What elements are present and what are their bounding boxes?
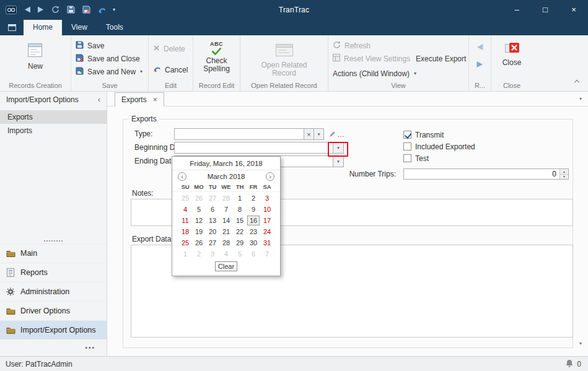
calendar-day[interactable]: 4	[179, 204, 191, 214]
calendar-day[interactable]: 14	[220, 216, 232, 225]
calendar-day[interactable]: 1	[179, 249, 191, 259]
calendar-day[interactable]: 5	[234, 249, 246, 259]
save-and-new-button[interactable]: Save and New ▾	[71, 65, 148, 78]
beginning-date-input[interactable]	[174, 142, 333, 154]
calendar-day[interactable]: 6	[247, 249, 260, 259]
qat-customize-icon[interactable]: ▾	[113, 7, 115, 12]
app-menu-icon[interactable]	[0, 19, 24, 35]
ending-date-dropdown-icon[interactable]: ▾	[333, 155, 344, 167]
ribbon-tab-tools[interactable]: Tools	[97, 20, 133, 35]
calendar-day[interactable]: 3	[206, 249, 219, 259]
splitter-handle[interactable]	[0, 238, 107, 243]
new-button[interactable]: New	[14, 40, 57, 71]
calendar-day[interactable]: 23	[247, 227, 260, 237]
tab-close-icon[interactable]: ×	[153, 97, 157, 103]
calendar-day[interactable]: 7	[261, 249, 273, 259]
calendar-day[interactable]: 12	[193, 216, 205, 225]
save-icon[interactable]	[67, 6, 75, 14]
calendar-day[interactable]: 28	[220, 238, 232, 248]
calendar-day[interactable]: 13	[206, 216, 219, 225]
sidebar-item-imports[interactable]: Imports	[0, 124, 107, 137]
close-record-button[interactable]: Close	[491, 40, 532, 67]
calendar-day[interactable]: 15	[234, 216, 246, 225]
calendar-clear-button[interactable]: Clear	[215, 261, 237, 271]
prev-month-icon[interactable]: ‹	[178, 172, 186, 181]
nav-item-driver-options[interactable]: Driver Options	[0, 301, 107, 320]
calendar-day[interactable]: 7	[220, 204, 232, 214]
cancel-button[interactable]: Cancel	[149, 63, 193, 76]
calendar-day[interactable]: 16	[247, 216, 260, 225]
check-spelling-button[interactable]: ABC Check Spelling	[193, 39, 240, 73]
calendar-day[interactable]: 25	[179, 238, 191, 248]
open-related-record-button[interactable]: Open Related Record	[240, 41, 328, 77]
next-record-icon[interactable]	[469, 58, 491, 71]
notification-bell-icon[interactable]	[566, 359, 573, 369]
sidebar-collapse-icon[interactable]: ‹	[98, 96, 100, 103]
calendar-day[interactable]: 25	[179, 193, 191, 203]
calendar-day[interactable]: 30	[247, 238, 260, 248]
type-clear-icon[interactable]: ×	[304, 128, 314, 140]
calendar-day[interactable]: 10	[261, 204, 273, 214]
sidebar-item-exports[interactable]: Exports	[0, 110, 107, 124]
type-more-button[interactable]: …	[336, 128, 346, 140]
calendar-day[interactable]: 4	[220, 249, 232, 259]
calendar-day[interactable]: 31	[261, 238, 273, 248]
ribbon-tab-view[interactable]: View	[62, 20, 97, 35]
calendar-day[interactable]: 2	[247, 193, 260, 203]
calendar-day[interactable]: 22	[234, 227, 246, 237]
refresh-view-button[interactable]: Refresh	[328, 39, 468, 52]
minimize-button[interactable]: –	[502, 0, 531, 19]
calendar-day[interactable]: 26	[193, 193, 205, 203]
calendar-day[interactable]: 2	[193, 249, 205, 259]
type-input[interactable]	[174, 128, 304, 140]
nav-back-icon[interactable]	[24, 6, 30, 13]
nav-item-reports[interactable]: Reports	[0, 263, 107, 282]
calendar-day[interactable]: 28	[220, 193, 232, 203]
calendar-day[interactable]: 19	[193, 227, 205, 237]
transmit-checkbox[interactable]: Transmit	[403, 130, 444, 139]
type-edit-icon[interactable]	[328, 128, 336, 140]
spinner-down-icon[interactable]: ▼	[560, 175, 568, 180]
maximize-button[interactable]: □	[531, 0, 559, 19]
nav-item-administration[interactable]: Administration	[0, 282, 107, 301]
calendar-day[interactable]: 11	[179, 216, 191, 225]
test-checkbox[interactable]: Test	[403, 154, 429, 163]
ribbon-collapse-icon[interactable]	[574, 79, 579, 84]
ribbon-tab-home[interactable]: Home	[24, 20, 62, 35]
included-exported-checkbox[interactable]: Included Exported	[403, 142, 475, 151]
calendar-day[interactable]: 29	[234, 238, 246, 248]
undo-icon[interactable]	[98, 6, 107, 14]
previous-record-icon[interactable]	[469, 40, 491, 54]
calendar-day[interactable]: 21	[220, 227, 232, 237]
calendar-day[interactable]: 3	[261, 193, 273, 203]
spinner-up-icon[interactable]: ▲	[560, 169, 568, 175]
calendar-day[interactable]: 27	[206, 193, 219, 203]
actions-child-window-button[interactable]: Actions (Child Window) ▾	[328, 67, 468, 80]
nav-overflow-button[interactable]: •••	[0, 339, 107, 356]
execute-export-button[interactable]: Execute Export	[412, 53, 470, 65]
calendar-day[interactable]: 5	[193, 204, 205, 214]
close-window-button[interactable]: ×	[559, 0, 588, 19]
calendar-day[interactable]: 9	[247, 204, 260, 214]
nav-item-main[interactable]: Main	[0, 243, 107, 263]
refresh-icon[interactable]	[51, 6, 59, 14]
calendar-day[interactable]: 20	[206, 227, 219, 237]
calendar-day[interactable]: 24	[261, 227, 273, 237]
calendar-day[interactable]: 17	[261, 216, 273, 225]
type-dropdown-icon[interactable]: ▾	[314, 128, 324, 140]
delete-button[interactable]: Delete	[149, 42, 193, 55]
nav-forward-icon[interactable]	[38, 6, 44, 13]
calendar-day[interactable]: 6	[206, 204, 219, 214]
save-button[interactable]: Save	[71, 39, 148, 52]
calendar-day[interactable]: 26	[193, 238, 205, 248]
calendar-day[interactable]: 1	[234, 193, 246, 203]
calendar-day[interactable]: 27	[206, 238, 219, 248]
number-trips-field[interactable]: 0 ▲ ▼	[403, 168, 569, 180]
calendar-day[interactable]: 8	[234, 204, 246, 214]
save-and-close-button[interactable]: Save and Close	[71, 52, 148, 65]
calendar-month-label[interactable]: March 2018	[186, 173, 266, 180]
scroll-down-icon[interactable]: ▾	[579, 341, 582, 346]
tab-list-dropdown-icon[interactable]: ▾	[579, 96, 582, 102]
nav-item-import-export-options[interactable]: Import/Export Options	[0, 320, 107, 339]
beginning-date-dropdown-icon[interactable]: ▾	[333, 142, 344, 154]
